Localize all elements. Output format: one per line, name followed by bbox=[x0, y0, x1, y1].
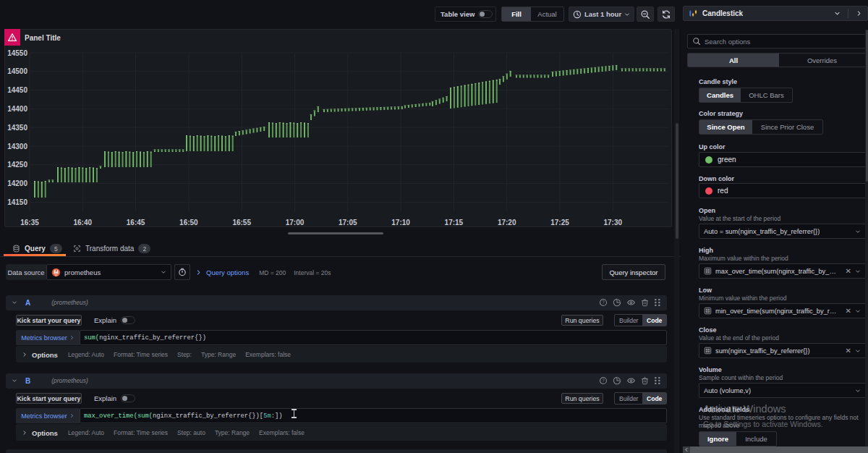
svg-text:16:45: 16:45 bbox=[127, 219, 145, 226]
svg-text:17:30: 17:30 bbox=[604, 219, 623, 226]
svg-text:17:15: 17:15 bbox=[445, 219, 464, 226]
svg-text:17:25: 17:25 bbox=[550, 219, 569, 226]
svg-text:?: ? bbox=[602, 378, 605, 383]
svg-text:14350: 14350 bbox=[7, 124, 27, 132]
svg-text:16:50: 16:50 bbox=[179, 219, 198, 226]
svg-text:Panel Title: Panel Title bbox=[25, 34, 61, 42]
svg-text:14300: 14300 bbox=[7, 143, 27, 151]
svg-text:14550: 14550 bbox=[7, 49, 27, 57]
svg-text:14500: 14500 bbox=[7, 67, 27, 75]
svg-text:14450: 14450 bbox=[7, 86, 27, 94]
svg-text:14400: 14400 bbox=[7, 105, 27, 113]
svg-text:17:20: 17:20 bbox=[498, 219, 516, 226]
svg-text:16:55: 16:55 bbox=[232, 219, 251, 226]
svg-text:17:05: 17:05 bbox=[339, 219, 357, 226]
svg-text:17:10: 17:10 bbox=[391, 219, 410, 226]
svg-text:16:40: 16:40 bbox=[74, 219, 93, 226]
svg-text:17:00: 17:00 bbox=[286, 219, 305, 226]
svg-text:16:35: 16:35 bbox=[20, 219, 39, 226]
svg-text:14250: 14250 bbox=[7, 161, 27, 169]
svg-text:14200: 14200 bbox=[7, 179, 27, 187]
svg-text:14150: 14150 bbox=[7, 198, 27, 206]
svg-text:?: ? bbox=[602, 300, 605, 305]
